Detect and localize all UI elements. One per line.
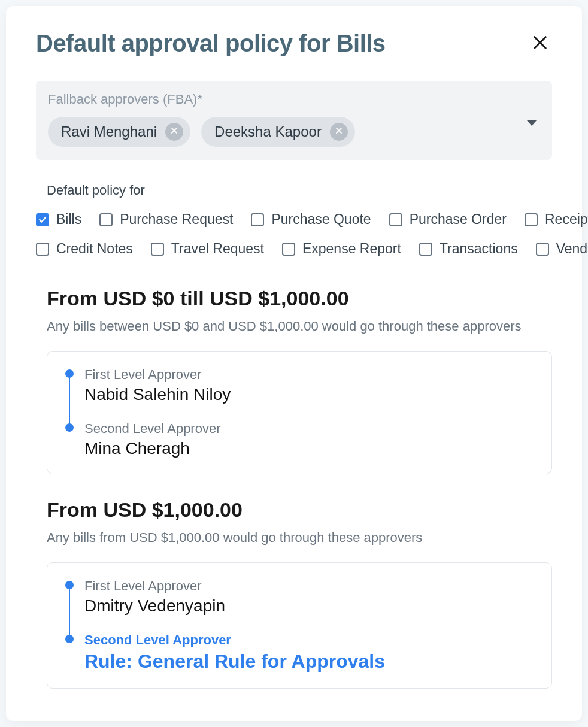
range-title: From USD $0 till USD $1,000.00 xyxy=(47,287,552,310)
approver-level-label: Second Level Approver xyxy=(84,421,534,437)
fba-chip: Deeksha Kapoor xyxy=(201,117,355,147)
checkbox-icon xyxy=(99,213,113,226)
checkbox-label: Transactions xyxy=(440,241,518,257)
close-icon xyxy=(170,126,178,137)
approver-info: First Level Approver Dmitry Vedenyapin xyxy=(84,578,534,616)
fba-chip: Ravi Menghani xyxy=(48,117,190,147)
timeline-line xyxy=(69,375,70,427)
checkbox-travel-request[interactable]: Travel Request xyxy=(151,241,264,257)
timeline-line xyxy=(69,587,70,638)
approver-row: Second Level Approver Rule: General Rule… xyxy=(65,632,534,673)
close-icon xyxy=(532,34,548,53)
checkbox-label: Travel Request xyxy=(171,241,264,257)
checkbox-label: Purchase Request xyxy=(120,211,233,228)
timeline xyxy=(65,367,74,404)
approver-info: First Level Approver Nabid Salehin Niloy xyxy=(84,367,534,404)
approval-range-section: From USD $0 till USD $1,000.00 Any bills… xyxy=(47,287,552,474)
modal-header: Default approval policy for Bills xyxy=(36,30,552,57)
approver-level-label: First Level Approver xyxy=(84,367,534,383)
approver-info: Second Level Approver Mina Cheragh xyxy=(84,421,534,458)
checkbox-label: Vendors xyxy=(556,241,588,257)
checkbox-transactions[interactable]: Transactions xyxy=(419,241,518,257)
approval-range-section: From USD $1,000.00 Any bills from USD $1… xyxy=(47,498,552,689)
approver-level-label[interactable]: Second Level Approver xyxy=(84,632,534,648)
approver-row: First Level Approver Nabid Salehin Niloy xyxy=(65,367,534,404)
checkbox-expense-report[interactable]: Expense Report xyxy=(282,241,401,257)
range-description: Any bills between USD $0 and USD $1,000.… xyxy=(47,319,552,334)
checkbox-bills[interactable]: Bills xyxy=(36,211,81,228)
timeline xyxy=(65,632,74,673)
default-policy-for-label: Default policy for xyxy=(47,183,552,198)
approver-rule-link[interactable]: Rule: General Rule for Approvals xyxy=(84,650,534,673)
checkbox-purchase-quote[interactable]: Purchase Quote xyxy=(251,211,371,228)
fallback-approvers-field[interactable]: Fallback approvers (FBA)* Ravi Menghani … xyxy=(36,81,552,160)
checkbox-label: Credit Notes xyxy=(56,241,133,257)
checkbox-row: Bills Purchase Request Purchase Quote Pu… xyxy=(36,211,552,228)
approver-row: Second Level Approver Mina Cheragh xyxy=(65,421,534,458)
checkbox-label: Purchase Order xyxy=(410,211,507,228)
checkbox-label: Receipt Notes xyxy=(545,211,588,228)
chevron-down-icon[interactable] xyxy=(527,120,537,126)
approver-name: Nabid Salehin Niloy xyxy=(84,385,534,404)
checkbox-row: Credit Notes Travel Request Expense Repo… xyxy=(36,241,552,257)
checkbox-icon xyxy=(282,243,295,256)
timeline-dot-icon xyxy=(65,369,74,378)
chip-remove-button[interactable] xyxy=(330,123,348,141)
checkbox-label: Purchase Quote xyxy=(271,211,371,228)
checkbox-icon xyxy=(525,213,538,226)
fba-chip-label: Ravi Menghani xyxy=(61,123,157,140)
range-description: Any bills from USD $1,000.00 would go th… xyxy=(47,530,552,546)
approver-info: Second Level Approver Rule: General Rule… xyxy=(84,632,534,673)
chip-remove-button[interactable] xyxy=(165,123,183,141)
checkbox-icon xyxy=(536,243,549,256)
checkbox-purchase-request[interactable]: Purchase Request xyxy=(99,211,233,228)
checkbox-vendors[interactable]: Vendors xyxy=(536,241,588,257)
close-button[interactable] xyxy=(528,32,552,56)
checkbox-icon xyxy=(36,213,49,226)
checkbox-label: Expense Report xyxy=(302,241,401,257)
approver-card: First Level Approver Dmitry Vedenyapin S… xyxy=(47,562,552,689)
fba-chips: Ravi Menghani Deeksha Kapoor xyxy=(48,117,540,147)
timeline-dot-icon xyxy=(65,423,74,432)
fba-chip-label: Deeksha Kapoor xyxy=(214,123,322,140)
checkbox-receipt-notes[interactable]: Receipt Notes xyxy=(525,211,588,228)
timeline-dot-icon xyxy=(65,581,74,589)
timeline-dot-icon xyxy=(65,635,74,643)
checkbox-icon xyxy=(151,243,164,256)
checkbox-icon xyxy=(251,213,264,226)
checkbox-label: Bills xyxy=(56,211,81,228)
timeline xyxy=(65,421,74,458)
timeline xyxy=(65,578,74,616)
close-icon xyxy=(335,126,343,137)
checkbox-credit-notes[interactable]: Credit Notes xyxy=(36,241,133,257)
checkbox-icon xyxy=(419,243,432,256)
approver-row: First Level Approver Dmitry Vedenyapin xyxy=(65,578,534,616)
modal-title: Default approval policy for Bills xyxy=(36,30,386,57)
approver-name: Mina Cheragh xyxy=(84,439,534,458)
checkbox-purchase-order[interactable]: Purchase Order xyxy=(389,211,507,228)
range-title: From USD $1,000.00 xyxy=(47,498,552,522)
approval-policy-modal: Default approval policy for Bills Fallba… xyxy=(6,6,582,721)
checkbox-icon xyxy=(389,213,402,226)
approver-name: Dmitry Vedenyapin xyxy=(84,596,534,616)
approver-level-label: First Level Approver xyxy=(84,578,534,594)
policy-type-checkboxes: Bills Purchase Request Purchase Quote Pu… xyxy=(36,211,552,257)
checkbox-icon xyxy=(36,243,49,256)
approver-card: First Level Approver Nabid Salehin Niloy… xyxy=(47,351,552,474)
fba-label: Fallback approvers (FBA)* xyxy=(48,92,540,107)
